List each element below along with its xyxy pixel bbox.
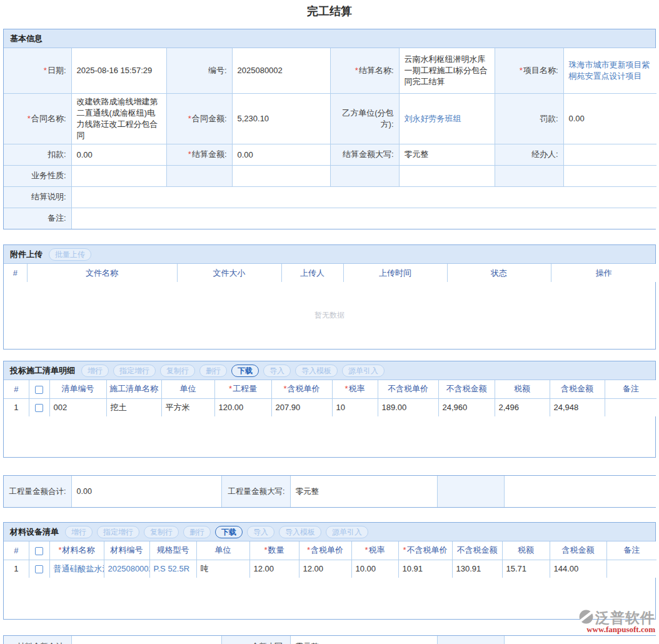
empty-label-cell [166,165,232,186]
insert-row-button[interactable]: 指定增行 [113,365,156,377]
row-checkbox[interactable] [35,404,43,412]
material-caps-value: 零元整 [290,636,437,644]
spec-link[interactable]: P.S 52.5R [149,560,196,578]
quantity-caps-label: 工程量金额大写: [221,476,290,507]
settlement-amount-value[interactable]: 0.00 [232,144,330,165]
add-row-button[interactable]: 增行 [65,526,93,538]
import-template-button[interactable]: 导入模板 [295,365,338,377]
unit-cell[interactable]: 吨 [196,560,249,578]
empty-label-cell [495,165,563,186]
party-b-link[interactable]: 刘永好劳务班组 [399,93,495,144]
col-amount-with-tax: 含税金额 [550,380,605,398]
tax-rate-cell[interactable]: 10.00 [351,560,398,578]
table-row: 1 普通硅酸盐水泥 2025080002 P.S 52.5R 吨 12.00 1… [4,560,656,578]
deduction-label: 扣款: [4,144,71,165]
number-value[interactable]: 2025080002 [232,48,330,93]
empty-state: 暂无数据 [4,282,655,349]
copy-row-button[interactable]: 复制行 [160,365,195,377]
required-mark: * [44,66,47,75]
contract-name-value[interactable]: 改建铁路成渝线增建第二直通线(成渝枢纽)电力线路迁改工程分包合同 [71,93,166,144]
import-button[interactable]: 导入 [247,526,274,538]
penalty-label: 罚款: [495,93,563,144]
col-index: # [4,541,29,560]
empty-label-cell [330,165,399,186]
col-remark: 备注 [605,380,656,398]
quantity-total-value: 0.00 [71,476,221,507]
required-mark: * [355,66,358,75]
col-quantity: *工程量 [214,380,271,398]
material-code-link[interactable]: 2025080002 [104,560,149,578]
settlement-name-value[interactable]: 云南水利枢纽潜明水库一期工程施工I标分包合同完工结算 [399,48,495,93]
remark-cell[interactable] [606,560,656,578]
batch-upload-button[interactable]: 批量上传 [49,248,91,261]
settlement-amount-caps-label: 结算金额大写: [330,144,399,165]
empty-value-cell [563,165,656,186]
section-material-totals: 材料金额合计: 0 金额大写: 零元整 [3,635,656,644]
col-select-all [29,380,49,398]
col-price-with-tax: *含税单价 [271,380,332,398]
row-index: 1 [4,398,29,416]
quantity-cell[interactable]: 120.00 [214,398,271,416]
insert-row-button[interactable]: 指定增行 [97,526,139,538]
price-with-tax-cell[interactable]: 207.90 [271,398,332,416]
settlement-note-label: 结算说明: [4,186,71,208]
penalty-value[interactable]: 0.00 [563,93,656,144]
price-with-tax-cell[interactable]: 12.00 [299,560,351,578]
delete-row-button[interactable]: 删行 [199,365,227,377]
remark-value[interactable] [71,208,656,229]
party-b-label: 乙方单位(分包方): [330,93,399,144]
section-materials: 材料设备清单 增行 指定增行 复制行 删行 下载 导入 导入模板 源单引入 # … [3,522,656,620]
page-title: 完工结算 [0,0,659,29]
source-import-button[interactable]: 源单引入 [326,526,368,538]
quantity-cell[interactable]: 12.00 [249,560,299,578]
list-name-cell[interactable]: 挖土 [106,398,161,416]
import-button[interactable]: 导入 [263,365,291,377]
row-checkbox[interactable] [35,565,43,573]
required-mark: * [58,545,61,555]
download-button[interactable]: 下载 [231,365,259,377]
attachments-table: # 文件名称 文件大小 上传人 上传时间 状态 操作 [4,264,656,282]
list-no-cell[interactable]: 002 [49,398,106,416]
empty-value-cell [232,165,330,186]
deduction-value[interactable]: 0.00 [71,144,166,165]
operator-value[interactable] [563,144,656,165]
tax-rate-cell[interactable]: 10 [332,398,378,416]
material-caps-label: 金额大写: [221,636,290,644]
price-without-tax-cell[interactable]: 189.00 [378,398,438,416]
contract-amount-value[interactable]: 5,230.10 [232,93,330,144]
download-button[interactable]: 下载 [215,526,243,538]
settlement-amount-label: *结算金额: [166,144,232,165]
remark-cell[interactable] [605,398,656,416]
materials-header: 材料设备清单 增行 指定增行 复制行 删行 下载 导入 导入模板 源单引入 [4,523,655,541]
delete-row-button[interactable]: 删行 [183,526,211,538]
price-without-tax-cell[interactable]: 10.91 [398,560,452,578]
required-mark: * [307,545,310,555]
required-mark: * [264,545,267,555]
import-template-button[interactable]: 导入模板 [279,526,321,538]
required-mark: * [520,66,523,75]
required-mark: * [403,545,406,555]
col-unit: 单位 [196,541,249,560]
col-actions: 操作 [551,264,656,282]
required-mark: * [188,149,191,159]
amount-without-tax-cell: 24,960 [438,398,495,416]
section-title: 材料设备清单 [10,526,59,538]
empty-value-cell [399,165,495,186]
material-name-link[interactable]: 普通硅酸盐水泥 [49,560,104,578]
project-name-label: *项目名称: [495,48,563,93]
add-row-button[interactable]: 增行 [81,365,109,377]
source-import-button[interactable]: 源单引入 [342,365,385,377]
select-all-checkbox[interactable] [35,386,43,394]
select-all-checkbox[interactable] [35,547,43,555]
business-nature-label: 业务性质: [4,165,71,186]
project-name-link[interactable]: 珠海市城市更新项目紫桐苑安置点设计项目 [563,48,656,93]
basic-info-header: 基本信息 [4,29,655,48]
col-remark: 备注 [606,541,656,560]
settlement-note-value[interactable] [71,186,656,208]
business-nature-value[interactable] [71,165,166,186]
unit-cell[interactable]: 平方米 [161,398,214,416]
required-mark: * [365,545,368,555]
date-value[interactable]: 2025-08-16 15:57:29 [71,48,166,93]
copy-row-button[interactable]: 复制行 [144,526,179,538]
empty-value-cell [504,476,656,507]
